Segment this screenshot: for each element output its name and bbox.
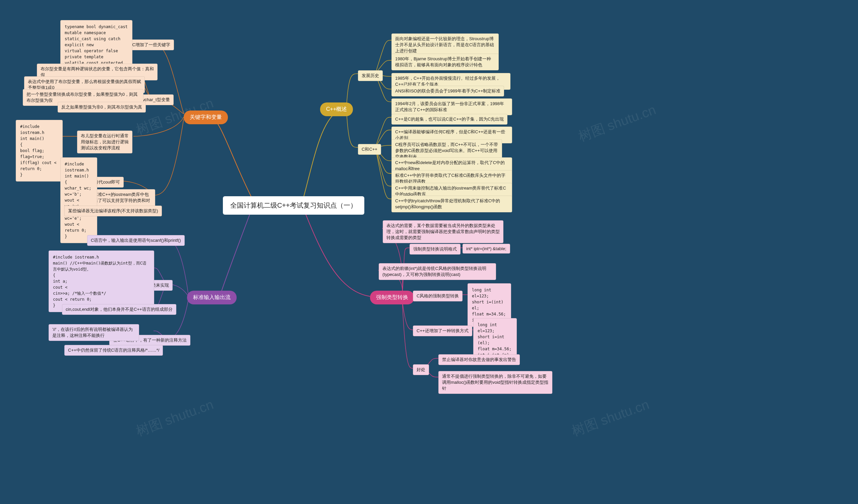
casting-cstyle-label: C风格的强制类型转换: [413, 291, 462, 302]
watermark: 树图 shutu.cn: [576, 100, 658, 146]
bool-flag-desc: 布儿型变量在运行时通常用做标志，比如进行逻辑测试以改变程序流程: [77, 131, 132, 153]
wchar-note: 某些编译器无法编译该程序(不支持该数据类型): [64, 206, 162, 216]
io-cpp-code: #include iostream.h main() //C++中main()函…: [49, 250, 154, 312]
watermark: 树图 shutu.cn: [133, 395, 216, 440]
candcpp-label: C和C++: [358, 144, 381, 155]
watermark: 树图 shutu.cn: [569, 395, 652, 440]
casting-benefit-0: 禁止编译器对你故意去做的事发出警告: [439, 354, 520, 365]
casting-format-code: int* iptr=(int*) &table;: [462, 244, 510, 254]
io-comment-0: '//'，在该行//后的所有说明都被编译器认为是注释，这种注释不能换行: [49, 324, 139, 341]
history-item-3: ANSI和ISO的联合委员会于1989年着手为C++制定标准: [392, 86, 504, 96]
history-item-4: 1994年2月，该委员会出版了第一份非正式草案，1998年正式推出了C++的国际…: [392, 98, 512, 115]
io-comment-1: C++中仍然保留了传统C语言的注释风格/*……*/: [64, 345, 163, 356]
wchar-code: #include iostream.h int main() { wchar_t…: [60, 158, 97, 243]
history-item-0: 面向对象编程还是一个比较新的理念，Stroustrup博士并不是从头开始设计新语…: [392, 33, 499, 56]
casting-format-label: 强制类型转换说明格式: [410, 244, 461, 255]
bool-flag-code: #include iostream.h int main() { bool fl…: [16, 120, 63, 181]
casting-benefit-label: 好处: [413, 364, 429, 375]
casting-benefit-1: 通常不提倡进行强制类型转换的，除非不可避免，如要调用malloc()函数时要用的…: [439, 371, 552, 394]
cat-io[interactable]: 标准输入输出流: [187, 291, 237, 305]
bool-item-3: 反之如果整型值为非0，则其布尔型值为真: [58, 102, 146, 113]
cat-keywords[interactable]: 关键字和变量: [184, 111, 228, 124]
casting-intro: 表达式的需要，某个数据需要被当成另外的数据类型来处理，这时，就需要强制编译器把变…: [383, 221, 504, 243]
io-c: C语言中，输入输出是使用语句scanf()和printf(): [87, 235, 185, 246]
root-node[interactable]: 全国计算机二级C++考试复习知识点（一）: [223, 196, 364, 215]
io-cpp-note: cin,cout,endl对象，他们本身并不是C++语言的组成部分: [62, 304, 176, 315]
cat-casting[interactable]: 强制类型转换: [370, 291, 414, 305]
history-label: 发展历史: [358, 70, 383, 81]
casting-typecast: 表达式的前缀(int*)就是传统C风格的强制类型转换说明(typecast)，又…: [379, 263, 496, 280]
candcpp-item-6: C++中的try/catch/throw异常处理机制取代了标准C中的setjmp…: [392, 196, 512, 212]
cat-overview[interactable]: C++概述: [320, 102, 353, 116]
history-item-1: 1980年，Bjarne Stroustrup博士开始着手创建一种模拟语言，能够…: [392, 53, 499, 70]
candcpp-item-0: C++是C的超集，也可以说C是C++的子集，因为C先出现: [392, 114, 507, 125]
casting-cppcast-label: C++还增加了一种转换方式: [413, 325, 472, 336]
